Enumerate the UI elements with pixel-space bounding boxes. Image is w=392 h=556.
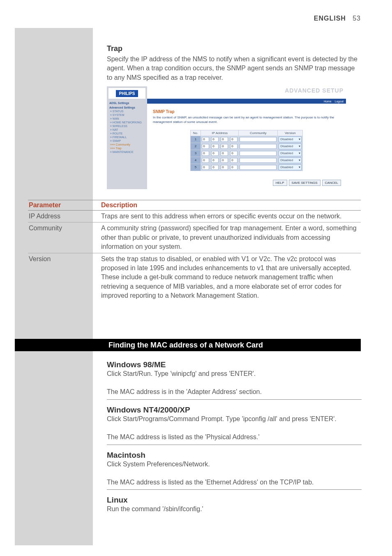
linux-heading: Linux [107, 496, 362, 505]
param-desc: Sets the trap status to disabled, or ena… [100, 253, 361, 302]
row-no: 1 [190, 136, 201, 143]
winnt-line2: The MAC address is listed as the 'Physic… [107, 433, 362, 442]
param-row: Community A community string (password) … [28, 222, 361, 253]
param-name: Community [28, 222, 100, 253]
help-button[interactable]: HELP [273, 180, 287, 186]
community-input[interactable] [240, 137, 277, 142]
param-row: Version Sets the trap status to disabled… [28, 253, 361, 302]
table-row: 2 0 0 0 0 Disabled [190, 143, 302, 150]
shot-main: ADVANCED SETUP Home Logout SNMP Trap In … [147, 86, 346, 189]
divider [107, 445, 362, 445]
ip-octet-input[interactable]: 0 [230, 151, 238, 156]
shot-title: ADVANCED SETUP [285, 87, 344, 94]
linux-line1: Run the command '/sbin/ifconfig.' [107, 505, 362, 514]
ip-octet-input[interactable]: 0 [230, 144, 238, 149]
page-number: 53 [353, 15, 361, 22]
sidebar-item[interactable]: » SNMP [107, 139, 147, 143]
sidebar-item[interactable]: » HOME NETWORKING [107, 120, 147, 124]
ip-octet-input[interactable]: 0 [221, 165, 228, 170]
version-select[interactable]: Disabled [279, 158, 302, 163]
black-bar-title: Finding the MAC address of a Network Car… [107, 339, 361, 351]
ip-octet-input[interactable]: 0 [211, 151, 219, 156]
table-row: 4 0 0 0 0 Disabled [190, 157, 302, 164]
sidebar-item[interactable]: » NAT [107, 128, 147, 132]
snmp-trap-table: No. IP Address Community Version 1 0 0 0… [190, 130, 303, 171]
param-desc: Traps are sent to this address when erro… [100, 211, 361, 222]
version-select[interactable]: Disabled [279, 151, 302, 156]
row-no: 3 [190, 150, 201, 157]
winnt-line1: Click Start/Programs/Command Prompt. Typ… [107, 415, 362, 424]
sidebar-item-community[interactable]: »»» Community [107, 143, 147, 146]
table-row: 1 0 0 0 0 Disabled [190, 136, 302, 143]
sidebar-item[interactable]: » WIRELESS [107, 124, 147, 128]
community-input[interactable] [240, 151, 277, 156]
ip-octet-input[interactable]: 0 [211, 137, 219, 142]
row-no: 4 [190, 157, 201, 164]
version-select[interactable]: Disabled [279, 164, 302, 170]
row-no: 2 [190, 143, 201, 150]
sidebar-item[interactable]: » WAN [107, 117, 147, 120]
shot-snmp-heading: SNMP Trap [153, 109, 340, 114]
ip-octet-input[interactable]: 0 [230, 158, 238, 163]
mac-line1: Click System Preferences/Network. [107, 460, 362, 469]
black-heading-bar: Finding the MAC address of a Network Car… [15, 339, 361, 351]
ip-octet-input[interactable]: 0 [211, 165, 219, 170]
mac-heading: Macintosh [107, 451, 362, 460]
version-select[interactable]: Disabled [279, 137, 302, 142]
community-input[interactable] [240, 158, 277, 163]
param-name: IP Address [28, 211, 100, 222]
th-ip: IP Address [201, 130, 239, 136]
shot-logo-text: PHILIPS [116, 90, 138, 97]
ip-octet-input[interactable]: 0 [202, 151, 209, 156]
ip-octet-input[interactable]: 0 [211, 144, 219, 149]
ip-octet-input[interactable]: 0 [230, 165, 238, 170]
sidebar-item[interactable]: » SYSTEM [107, 113, 147, 117]
sidebar-item[interactable]: » MAINTENANCE [107, 150, 147, 154]
ip-octet-input[interactable]: 0 [202, 158, 209, 163]
mac-line2: The MAC address is listed as the 'Ethern… [107, 478, 362, 487]
ip-octet-input[interactable]: 0 [202, 144, 209, 149]
ip-octet-input[interactable]: 0 [211, 158, 219, 163]
sidebar-item[interactable]: » STATUS [107, 109, 147, 113]
shot-sidebar: PHILIPS ADSL Settings Advanced Settings … [107, 86, 147, 189]
sidebar-item[interactable]: » ROUTE [107, 132, 147, 135]
th-no: No. [190, 130, 201, 136]
ip-octet-input[interactable]: 0 [202, 137, 209, 142]
ip-octet-input[interactable]: 0 [221, 151, 228, 156]
ip-octet-input[interactable]: 0 [221, 158, 228, 163]
community-input[interactable] [240, 165, 277, 170]
topbar-home[interactable]: Home [324, 100, 332, 103]
th-comm: Community [239, 130, 278, 136]
row-no: 5 [190, 164, 201, 171]
ip-octet-input[interactable]: 0 [221, 144, 228, 149]
sidebar-cat-adsl: ADSL Settings [107, 100, 147, 105]
ip-octet-input[interactable]: 0 [230, 137, 238, 142]
ip-octet-input[interactable]: 0 [202, 165, 209, 170]
trap-text: Specify the IP address of the NMS to not… [107, 55, 362, 82]
version-select[interactable]: Disabled [279, 144, 302, 149]
language-label: ENGLISH [314, 15, 346, 22]
cancel-button[interactable]: CANCEL [322, 180, 341, 186]
param-header-description: Description [100, 200, 361, 210]
shot-snmp-desc: In the context of SNMP, an unsolicited m… [153, 116, 340, 124]
winnt-heading: Windows NT4/2000/XP [107, 405, 362, 415]
param-name: Version [28, 253, 100, 302]
ip-octet-input[interactable]: 0 [221, 137, 228, 142]
param-row: IP Address Traps are sent to this addres… [28, 211, 361, 222]
divider [107, 489, 362, 490]
shot-topbar: Home Logout [147, 99, 346, 104]
table-row: 3 0 0 0 0 Disabled [190, 150, 302, 157]
topbar-logout[interactable]: Logout [335, 100, 344, 103]
param-header-parameter: Parameter [28, 200, 100, 210]
win98-line2: The MAC address is in the 'Adapter Addre… [107, 387, 362, 396]
embedded-screenshot: PHILIPS ADSL Settings Advanced Settings … [107, 86, 346, 189]
black-bar-spacer [15, 339, 107, 351]
save-settings-button[interactable]: SAVE SETTINGS [289, 180, 321, 186]
shot-button-row: HELP SAVE SETTINGS CANCEL [273, 180, 341, 186]
sidebar-item[interactable]: » FIREWALL [107, 135, 147, 139]
parameter-table: Parameter Description IP Address Traps a… [28, 200, 361, 302]
community-input[interactable] [240, 144, 277, 149]
param-header-row: Parameter Description [28, 200, 361, 211]
sidebar-item-trap[interactable]: »»» Trap [107, 146, 147, 150]
th-ver: Version [278, 130, 303, 136]
